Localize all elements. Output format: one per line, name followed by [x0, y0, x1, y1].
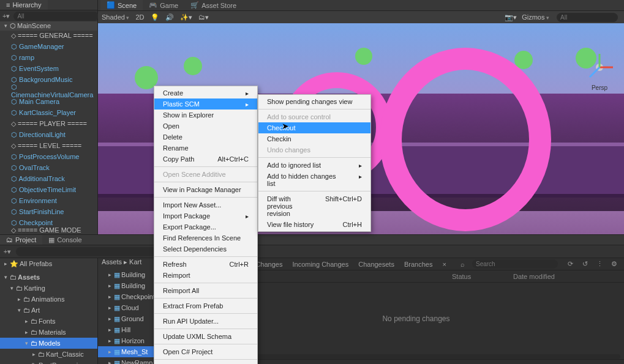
tab-changesets[interactable]: Changesets — [358, 261, 394, 268]
gear-icon[interactable]: ⚙ — [609, 259, 619, 269]
hierarchy-item[interactable]: ◇ ===== GAME MODE ===== — [0, 229, 97, 235]
shading-dropdown[interactable]: Shaded — [102, 13, 129, 21]
menu-item[interactable]: Delete — [154, 132, 257, 143]
menu-item[interactable]: Checkout — [258, 122, 370, 133]
favorites-item[interactable]: All Prefabs — [20, 260, 52, 267]
menu-item[interactable]: Import New Asset... — [154, 199, 257, 210]
menu-item[interactable]: Select Dependencies — [154, 243, 257, 254]
asset-store-tab[interactable]: 🛒Asset Store — [184, 0, 242, 10]
col-date[interactable]: Date modified — [513, 273, 555, 280]
project-folder[interactable]: ▾🗀 Models — [0, 338, 97, 349]
context-menu: CreatePlastic SCMShow in ExplorerOpenDel… — [154, 86, 258, 364]
audio-toggle-icon[interactable]: 🔊 — [165, 13, 174, 21]
refresh-icon[interactable]: ⟳ — [565, 259, 575, 269]
hierarchy-item[interactable]: ⬡ Environment — [0, 196, 97, 207]
project-folder[interactable]: ▾🗀 Karting — [0, 283, 97, 294]
menu-item[interactable]: Checkin — [258, 133, 370, 144]
hierarchy-tab[interactable]: ≡Hierarchy — [0, 0, 48, 10]
plastic-submenu: Show pending changes viewAdd to source c… — [258, 94, 371, 232]
menu-item: Add to source control — [258, 111, 370, 122]
options-icon[interactable]: ⋮ — [595, 259, 604, 269]
hierarchy-search-input[interactable] — [13, 12, 99, 21]
menu-item[interactable]: Import Package — [154, 210, 257, 221]
2d-toggle[interactable]: 2D — [135, 13, 144, 21]
scene-toolbar: Shaded 2D 💡 🔊 ✨▾ 🗂▾ 📷▾ Gizmos — [98, 11, 624, 23]
tab-branches[interactable]: Branches — [404, 261, 432, 268]
menu-item[interactable]: Add to ignored list — [258, 160, 370, 171]
hierarchy-item[interactable]: ⬡ StartFinishLine — [0, 207, 97, 218]
orientation-gizmo[interactable]: Persp — [581, 49, 618, 86]
hierarchy-item[interactable]: ◇ ===== GENERAL ===== — [0, 31, 97, 42]
close-icon[interactable]: × — [442, 261, 446, 268]
menu-item[interactable]: Add to hidden changes list — [258, 171, 370, 189]
layers-toggle-icon[interactable]: 🗂▾ — [198, 13, 209, 21]
project-create-dropdown[interactable]: +▾ — [2, 247, 12, 256]
scrollbar[interactable] — [212, 354, 620, 359]
hierarchy-item[interactable]: ⬡ CinemachineVirtualCamera — [0, 86, 97, 97]
menu-item[interactable]: RefreshCtrl+R — [154, 259, 257, 270]
assets-root[interactable]: Assets — [18, 273, 40, 281]
tab-incoming-changes[interactable]: Incoming Changes — [292, 261, 348, 268]
hierarchy-item[interactable]: ◇ ===== LEVEL ===== — [0, 141, 97, 152]
search-icon: ⌕ — [460, 261, 465, 268]
menu-item[interactable]: Show pending changes view — [258, 96, 370, 107]
game-tab[interactable]: 🎮Game — [143, 0, 184, 10]
project-folder[interactable]: ▸🗀 Animations — [0, 294, 97, 305]
menu-item[interactable]: Export Package... — [154, 221, 257, 232]
hierarchy-item[interactable]: ⬡ GameManager — [0, 42, 97, 53]
pending-changes-empty: No pending changes — [208, 283, 624, 354]
menu-item[interactable]: Properties...Alt+P — [154, 362, 257, 364]
menu-item[interactable]: Update UXML Schema — [154, 331, 257, 342]
plastic-search-input[interactable] — [472, 259, 558, 269]
col-status[interactable]: Status — [452, 273, 513, 280]
gizmos-dropdown[interactable]: Gizmos — [522, 13, 549, 21]
project-tree: ▸⭐ All Prefabs ▾🗀 Assets ▾🗀 Karting▸🗀 An… — [0, 258, 98, 364]
hierarchy-item[interactable]: ⬡ PostProcessVolume — [0, 152, 97, 163]
project-tab[interactable]: 🗂Project — [0, 235, 42, 245]
menu-item[interactable]: View file historyCtrl+H — [258, 219, 370, 230]
menu-item[interactable]: Create — [154, 87, 257, 98]
lights-toggle-icon[interactable]: 💡 — [151, 13, 159, 21]
menu-item[interactable]: Find References In Scene — [154, 232, 257, 243]
menu-item[interactable]: View in Package Manager — [154, 184, 257, 195]
project-folder[interactable]: ▸🗀 Fonts — [0, 316, 97, 327]
hierarchy-item[interactable]: ◇ ===== PLAYER ===== — [0, 119, 97, 130]
menu-item[interactable]: Reimport All — [154, 285, 257, 296]
hierarchy-item[interactable]: ⬡ EventSystem — [0, 64, 97, 75]
hierarchy-item[interactable]: ⬡ ObjectiveTimeLimit — [0, 185, 97, 196]
fx-toggle-icon[interactable]: ✨▾ — [180, 13, 192, 21]
menu-item[interactable]: Open — [154, 121, 257, 132]
menu-item[interactable]: Extract From Prefab — [154, 300, 257, 311]
project-folder[interactable]: ▾🗀 Art — [0, 305, 97, 316]
menu-item[interactable]: Open C# Project — [154, 346, 257, 357]
menu-item[interactable]: Plastic SCM — [154, 98, 257, 110]
history-icon[interactable]: ↺ — [580, 259, 590, 269]
menu-item[interactable]: Rename — [154, 143, 257, 154]
hierarchy-item[interactable]: ⬡ AdditionalTrack — [0, 174, 97, 185]
scene-root[interactable]: ▾⬡ MainScene — [0, 21, 97, 31]
create-dropdown[interactable]: +▾ — [2, 11, 10, 21]
menu-item[interactable]: Reimport — [154, 270, 257, 281]
hierarchy-item[interactable]: ⬡ DirectionalLight — [0, 130, 97, 141]
plastic-panel: Pending Changes Incoming Changes Changes… — [208, 258, 624, 364]
hierarchy-panel: ≡Hierarchy +▾ ▾⬡ MainScene ◇ ===== GENER… — [0, 0, 98, 234]
hierarchy-item[interactable]: ⬡ KartClassic_Player — [0, 108, 97, 119]
menu-item[interactable]: Copy PathAlt+Ctrl+C — [154, 154, 257, 165]
menu-item[interactable]: Run API Updater... — [154, 316, 257, 327]
menu-item[interactable]: Diff with previous revisionShift+Ctrl+D — [258, 193, 370, 219]
project-folder[interactable]: ▸🗀 Materials — [0, 327, 97, 338]
camera-mode-icon[interactable]: 📷▾ — [505, 13, 517, 21]
project-search-input[interactable] — [16, 247, 163, 256]
console-tab[interactable]: ▦Console — [42, 235, 88, 245]
scene-search-input[interactable] — [557, 13, 618, 22]
svg-line-3 — [590, 67, 600, 77]
scene-tab[interactable]: 🟦Scene — [100, 0, 143, 10]
menu-item[interactable]: Show in Explorer — [154, 110, 257, 121]
project-folder[interactable]: ▸🗀 Kart_Classic — [0, 349, 97, 360]
hierarchy-item[interactable]: ⬡ ramp — [0, 53, 97, 64]
project-folder[interactable]: ▸🗀 PostProcessing — [0, 360, 97, 364]
menu-item: Open Scene Additive — [154, 169, 257, 180]
hierarchy-item[interactable]: ⬡ OvalTrack — [0, 163, 97, 174]
menu-item: Undo changes — [258, 144, 370, 155]
